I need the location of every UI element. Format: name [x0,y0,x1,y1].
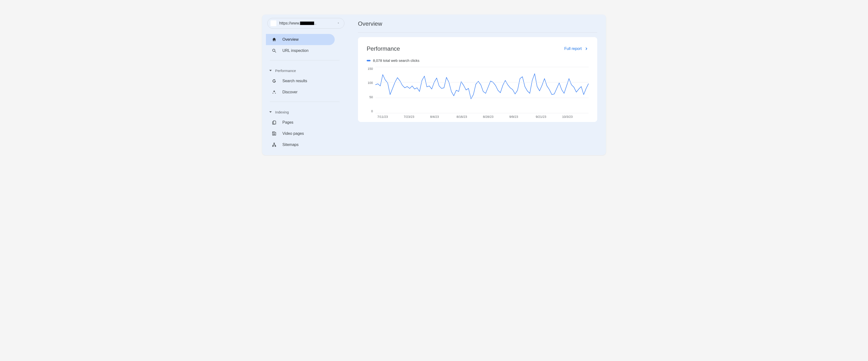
chart-plot-area [375,67,589,113]
sidebar-section-indexing[interactable]: Indexing [266,107,349,117]
full-report-link[interactable]: Full report [564,47,589,51]
sidebar-section-label: Performance [275,68,296,73]
performance-card: Performance Full report 8,078 total web … [358,37,597,122]
sidebar-item-pages[interactable]: Pages [266,117,335,128]
chart-y-axis: 150100500 [368,67,375,113]
property-url-ellipsis: .. [314,21,316,25]
app-window: https://www... Overview URL inspection P… [262,15,606,155]
sidebar-item-label: Overview [282,37,299,42]
legend-swatch [367,60,371,61]
sidebar-item-label: Sitemaps [282,143,299,147]
sidebar-item-label: Pages [282,120,293,124]
full-report-label: Full report [564,47,582,51]
sitemaps-icon [271,142,277,147]
card-title: Performance [367,45,400,52]
sidebar-item-search-results[interactable]: Search results [266,75,335,87]
sidebar-item-label: Video pages [282,131,304,136]
chart: 150100500 [368,67,589,113]
collapse-triangle-icon [269,70,272,71]
divider [358,32,597,33]
discover-icon [271,90,277,94]
pages-icon [271,120,277,125]
sidebar: https://www... Overview URL inspection P… [262,15,349,155]
legend-text: 8,078 total web search clicks [373,58,420,62]
sidebar-item-sitemaps[interactable]: Sitemaps [266,139,335,150]
chart-line [375,67,589,113]
search-icon [271,48,277,53]
chart-x-axis: 7/11/237/23/238/4/238/16/238/28/239/9/23… [377,115,589,118]
main-content: Overview Performance Full report 8,078 t… [349,15,606,155]
sidebar-item-url-inspection[interactable]: URL inspection [266,45,335,56]
chart-legend: 8,078 total web search clicks [367,58,589,62]
chevron-right-icon [584,47,589,51]
sidebar-item-label: Search results [282,79,307,83]
sidebar-section-label: Indexing [275,110,289,114]
page-title: Overview [358,20,597,32]
collapse-triangle-icon [269,111,272,113]
video-pages-icon [271,131,277,136]
card-header: Performance Full report [367,45,589,52]
home-icon [271,37,277,42]
chevron-down-icon [337,21,340,25]
property-selector[interactable]: https://www... [268,18,344,29]
property-url-redacted [300,22,314,25]
sidebar-section-performance[interactable]: Performance [266,66,349,75]
divider [270,60,340,60]
sidebar-item-overview[interactable]: Overview [266,34,335,45]
property-url: https://www... [279,21,337,25]
google-icon [271,79,277,83]
sidebar-item-label: Discover [282,90,298,94]
sidebar-item-label: URL inspection [282,49,309,53]
divider [270,102,340,102]
sidebar-item-video-pages[interactable]: Video pages [266,128,335,139]
property-url-prefix: https://www. [279,21,300,25]
sidebar-item-discover[interactable]: Discover [266,87,335,98]
property-favicon [271,20,276,26]
